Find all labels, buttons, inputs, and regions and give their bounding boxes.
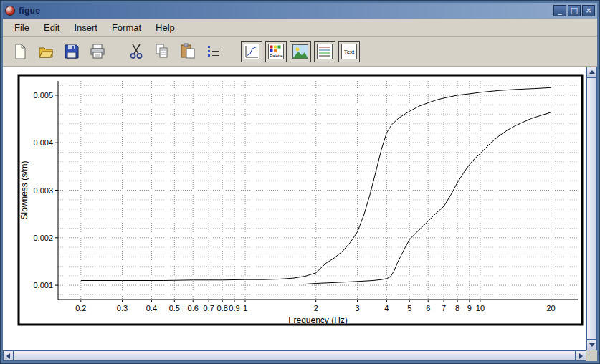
svg-text:0.2: 0.2 — [75, 304, 86, 312]
menu-format[interactable]: Format — [106, 20, 147, 35]
svg-text:1: 1 — [243, 304, 247, 312]
legend-list-icon — [316, 43, 333, 60]
svg-text:0.7: 0.7 — [204, 304, 214, 312]
svg-text:3: 3 — [355, 304, 359, 312]
menu-edit[interactable]: Edit — [38, 20, 65, 35]
save-button[interactable] — [60, 40, 83, 63]
palette-button[interactable]: Palette — [265, 41, 287, 62]
arrow-down-icon — [589, 343, 595, 347]
window-title: figue — [19, 6, 552, 16]
svg-text:0.001: 0.001 — [33, 281, 53, 289]
titlebar[interactable]: figue _ □ × — [3, 3, 597, 19]
toolbar-separator — [112, 41, 122, 62]
new-document-icon — [11, 43, 29, 60]
svg-text:6: 6 — [426, 304, 430, 312]
scroll-left-button[interactable] — [3, 350, 14, 361]
toolbar-separator — [228, 41, 238, 62]
svg-text:0.9: 0.9 — [229, 304, 239, 312]
app-icon — [5, 6, 15, 16]
paste-clipboard-icon — [179, 43, 196, 60]
horizontal-scroll-thumb[interactable] — [14, 350, 576, 361]
scroll-right-button[interactable] — [576, 350, 586, 361]
menu-help[interactable]: Help — [150, 20, 181, 35]
chart-canvas[interactable]: 0.20.30.40.50.60.70.80.912345678910200.0… — [3, 67, 586, 350]
paste-button[interactable] — [176, 40, 199, 63]
maximize-button[interactable]: □ — [568, 5, 581, 16]
menu-insert[interactable]: Insert — [68, 20, 103, 35]
svg-text:0.005: 0.005 — [33, 91, 53, 100]
svg-text:10: 10 — [476, 304, 485, 312]
copy-icon — [153, 43, 171, 60]
chart-svg: 0.20.30.40.50.60.70.80.912345678910200.0… — [3, 67, 586, 350]
menu-file[interactable]: File — [9, 20, 35, 35]
image-icon — [292, 43, 309, 60]
svg-text:5: 5 — [407, 304, 411, 312]
vertical-scrollbar[interactable] — [586, 67, 597, 350]
text-tool-button[interactable]: Text — [338, 41, 360, 62]
arrow-up-icon — [589, 70, 595, 74]
svg-text:2: 2 — [314, 304, 318, 312]
svg-text:Text: Text — [344, 49, 355, 55]
cut-button[interactable] — [125, 40, 148, 63]
open-folder-icon — [37, 43, 54, 60]
svg-text:4: 4 — [384, 304, 389, 312]
arrow-right-icon — [579, 353, 583, 359]
save-floppy-icon — [63, 43, 80, 60]
svg-text:0.3: 0.3 — [117, 304, 128, 312]
svg-text:0.004: 0.004 — [33, 138, 53, 147]
copy-button[interactable] — [151, 40, 173, 63]
arrow-left-icon — [6, 353, 10, 359]
printer-icon — [89, 43, 106, 60]
vertical-scroll-thumb[interactable] — [586, 77, 597, 340]
close-button[interactable]: × — [582, 5, 595, 16]
svg-text:9: 9 — [467, 304, 472, 312]
svg-text:7: 7 — [442, 304, 446, 312]
svg-text:0.4: 0.4 — [146, 304, 157, 312]
svg-text:0.6: 0.6 — [188, 304, 199, 312]
svg-text:0.002: 0.002 — [33, 234, 53, 242]
svg-text:0.5: 0.5 — [169, 304, 180, 312]
chart-icon — [243, 43, 260, 60]
new-button[interactable] — [9, 40, 32, 63]
svg-text:20: 20 — [546, 304, 555, 312]
scissors-icon — [128, 43, 145, 60]
horizontal-scrollbar[interactable] — [3, 350, 586, 361]
svg-text:0.8: 0.8 — [217, 304, 228, 312]
svg-text:0.003: 0.003 — [33, 186, 53, 195]
text-icon: Text — [341, 43, 358, 60]
palette-icon: Palette — [267, 43, 285, 60]
image-button[interactable] — [290, 41, 311, 62]
print-button[interactable] — [86, 40, 109, 63]
app-window: figue _ □ × File Edit Insert Format Help — [0, 0, 600, 364]
list-button[interactable] — [202, 40, 225, 63]
minimize-button[interactable]: _ — [553, 5, 566, 16]
menubar: File Edit Insert Format Help — [3, 19, 597, 37]
scroll-down-button[interactable] — [586, 340, 597, 350]
open-button[interactable] — [34, 40, 57, 63]
legend-button[interactable] — [314, 41, 335, 62]
svg-text:Frequency (Hz): Frequency (Hz) — [288, 315, 348, 325]
scrollbar-corner — [586, 350, 597, 361]
svg-text:Palette: Palette — [270, 53, 283, 57]
svg-text:Slowness (s/m): Slowness (s/m) — [19, 161, 29, 219]
svg-text:8: 8 — [455, 304, 459, 312]
chart-tool-button[interactable] — [241, 41, 262, 62]
toolbar: Palette Text — [3, 37, 597, 67]
numbered-list-icon — [205, 43, 222, 60]
scroll-up-button[interactable] — [586, 67, 597, 77]
